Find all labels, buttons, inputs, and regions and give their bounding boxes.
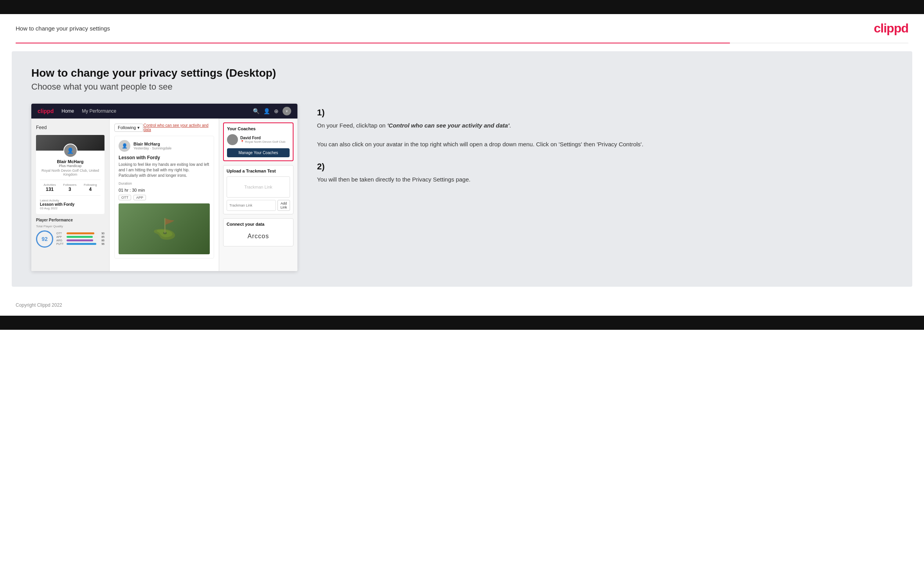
followers-value: 3: [63, 187, 76, 192]
stat-followers: Followers 3: [63, 183, 76, 192]
feed-header: Following ▾ Control who can see your act…: [114, 123, 214, 132]
page-breadcrumb: How to change your privacy settings: [16, 25, 110, 32]
connect-section: Connect your data Arccos: [223, 218, 294, 246]
app-body: Feed 👤 Blair McHarg Plus Handicap Royal …: [31, 119, 297, 271]
app-nav-logo: clippd: [38, 108, 54, 114]
instruction-2-number: 2): [317, 162, 893, 172]
coach-name: David Ford: [240, 136, 285, 140]
add-icon[interactable]: ⊕: [274, 108, 279, 114]
followers-label: Followers: [63, 183, 76, 187]
duration-value: 01 hr : 30 min: [119, 188, 210, 192]
header: How to change your privacy settings clip…: [0, 14, 924, 43]
app-nav-icons: 🔍 👤 ⊕ ▾: [253, 107, 291, 115]
post-card: 👤 Blair McHarg Yesterday · Sunningdale L…: [114, 136, 214, 259]
bottom-bar: [0, 316, 924, 330]
profile-stats: Activities 131 Followers 3 Following 4: [40, 180, 101, 192]
profile-card: 👤 Blair McHarg Plus Handicap Royal North…: [36, 135, 104, 214]
profile-name: Blair McHarg: [40, 159, 101, 164]
post-author-info: Blair McHarg Yesterday · Sunningdale: [133, 142, 171, 150]
copyright-text: Copyright Clippd 2022: [16, 302, 62, 308]
main-content: How to change your privacy settings (Des…: [12, 51, 912, 287]
header-divider: [16, 43, 908, 43]
trackman-link-input[interactable]: [227, 200, 276, 211]
trackman-section: Upload a Trackman Test Trackman Link Add…: [223, 165, 294, 214]
activities-value: 131: [43, 187, 56, 192]
arccos-brand: Arccos: [227, 230, 290, 243]
golfer-silhouette: ⛳: [152, 217, 177, 240]
trackman-placeholder: Trackman Link: [227, 176, 290, 198]
following-value: 4: [84, 187, 97, 192]
trackman-input-row: Add Link: [227, 200, 290, 211]
page-subheading: Choose what you want people to see: [31, 82, 893, 92]
control-privacy-link[interactable]: Control who can see your activity and da…: [143, 123, 214, 132]
content-columns: clippd Home My Performance 🔍 👤 ⊕ ▾ Feed: [31, 104, 893, 271]
page-heading: How to change your privacy settings (Des…: [31, 67, 893, 79]
trackman-title: Upload a Trackman Test: [227, 169, 290, 173]
top-bar: [0, 0, 924, 14]
player-performance-section: Player Performance Total Player Quality …: [36, 218, 104, 248]
instruction-1-number: 1): [317, 108, 893, 118]
stat-following: Following 4: [84, 183, 97, 192]
stat-activities: Activities 131: [43, 183, 56, 192]
coach-info: David Ford 📍 Royal North Devon Golf Club: [240, 136, 285, 144]
bar-putt: PUTT 96: [56, 243, 104, 245]
latest-activity-value: Lesson with Fordy: [40, 202, 101, 207]
bar-ott: OTT 90: [56, 232, 104, 235]
instruction-2-text: You will then be taken directly to the P…: [317, 175, 893, 184]
app-mockup: clippd Home My Performance 🔍 👤 ⊕ ▾ Feed: [31, 104, 297, 271]
manage-coaches-button[interactable]: Manage Your Coaches: [227, 148, 290, 157]
pin-icon: 📍: [240, 140, 244, 144]
post-duration: Duration: [119, 182, 210, 185]
coach-club: 📍 Royal North Devon Golf Club: [240, 140, 285, 144]
coaches-section-title: Your Coaches: [227, 126, 290, 131]
latest-activity-date: 03 Aug 2022: [40, 207, 101, 210]
person-icon[interactable]: 👤: [263, 108, 270, 114]
bar-arg: ARG 86: [56, 239, 104, 242]
footer: Copyright Clippd 2022: [0, 295, 924, 316]
app-nav-bar: clippd Home My Performance 🔍 👤 ⊕ ▾: [31, 104, 297, 119]
feed-tab[interactable]: Feed: [36, 123, 104, 132]
total-quality-label: Total Player Quality: [36, 225, 104, 228]
avatar-icon[interactable]: ▾: [283, 107, 291, 115]
clippd-logo: clippd: [874, 21, 908, 36]
app-nav-home[interactable]: Home: [61, 108, 74, 114]
following-label: Following: [118, 125, 136, 130]
bar-app: APP 85: [56, 235, 104, 238]
profile-club: Royal North Devon Golf Club, United King…: [40, 169, 101, 176]
coaches-section: Your Coaches David Ford 📍 Royal North De…: [223, 122, 294, 161]
post-tags: OTT APP: [119, 195, 210, 200]
following-button[interactable]: Following ▾: [114, 124, 143, 132]
search-icon[interactable]: 🔍: [253, 108, 259, 114]
following-chevron: ▾: [137, 125, 140, 130]
app-nav-performance[interactable]: My Performance: [82, 108, 116, 114]
profile-tier: Plus Handicap: [40, 164, 101, 168]
app-feed: Following ▾ Control who can see your act…: [110, 119, 219, 271]
activities-label: Activities: [43, 183, 56, 187]
quality-score: 92: [36, 230, 53, 248]
latest-activity-label: Latest Activity: [40, 199, 101, 202]
coach-avatar: [227, 134, 238, 145]
tag-app: APP: [133, 195, 146, 200]
post-body: Looking to feel like my hands are exitin…: [119, 162, 210, 178]
quality-bars: OTT 90 APP 85 ARG: [56, 232, 104, 246]
app-right-sidebar: Your Coaches David Ford 📍 Royal North De…: [219, 119, 297, 271]
post-image: ⛳: [119, 203, 210, 254]
connect-title: Connect your data: [227, 222, 290, 226]
following-label: Following: [84, 183, 97, 187]
quality-row: 92 OTT 90 APP 85: [36, 230, 104, 248]
instruction-1: 1) On your Feed, click/tap on 'Control w…: [317, 108, 893, 149]
post-author-name: Blair McHarg: [133, 142, 171, 146]
latest-activity-section: Latest Activity Lesson with Fordy 03 Aug…: [40, 195, 101, 210]
avatar: 👤: [63, 144, 77, 158]
post-author-date: Yesterday · Sunningdale: [133, 146, 171, 150]
coach-club-name: Royal North Devon Golf Club: [245, 140, 285, 144]
post-title: Lesson with Fordy: [119, 155, 210, 160]
tag-ott: OTT: [119, 195, 131, 200]
instructions-column: 1) On your Feed, click/tap on 'Control w…: [317, 104, 893, 197]
instruction-2: 2) You will then be taken directly to th…: [317, 162, 893, 184]
duration-label: Duration: [119, 182, 132, 185]
add-link-button[interactable]: Add Link: [277, 200, 290, 211]
post-author-row: 👤 Blair McHarg Yesterday · Sunningdale: [119, 140, 210, 152]
player-performance-label: Player Performance: [36, 218, 104, 222]
instruction-1-text: On your Feed, click/tap on 'Control who …: [317, 121, 893, 149]
